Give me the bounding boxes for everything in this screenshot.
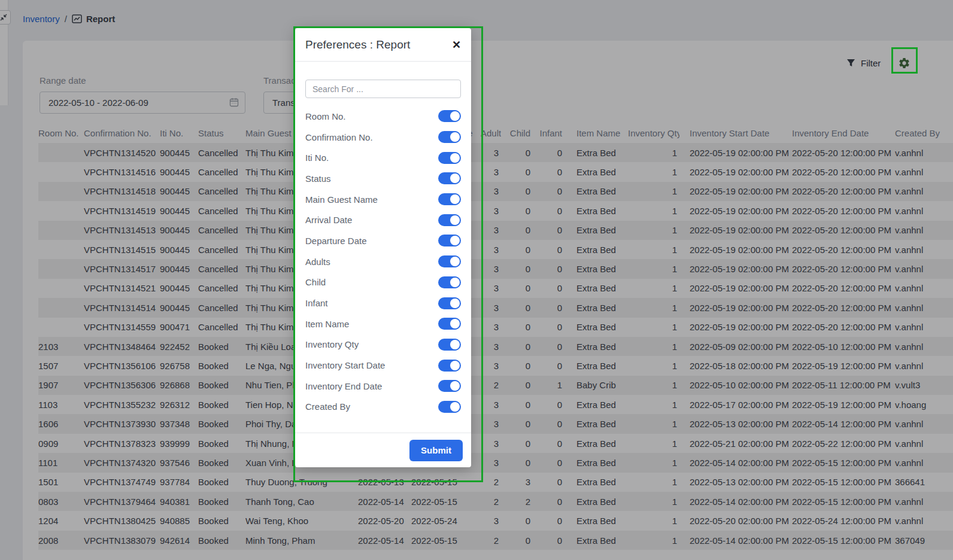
- toggle-label: Created By: [305, 401, 350, 412]
- toggle-switch[interactable]: [438, 172, 461, 184]
- toggle-row: Inventory Start Date: [305, 355, 461, 376]
- toggle-row: Main Guest Name: [305, 189, 461, 210]
- toggle-row: Confirmation No.: [305, 127, 461, 148]
- toggle-row: Arrival Date: [305, 209, 461, 230]
- toggle-row: Iti No.: [305, 147, 461, 168]
- toggle-switch[interactable]: [438, 318, 461, 330]
- toggle-label: Main Guest Name: [305, 194, 378, 205]
- toggle-row: Inventory End Date: [305, 376, 461, 397]
- preferences-modal: Preferences : Report ✕ Room No.Confirmat…: [295, 28, 471, 467]
- toggle-row: Inventory Qty: [305, 334, 461, 355]
- preferences-search-input[interactable]: [305, 80, 461, 98]
- modal-footer: Submit: [295, 433, 471, 467]
- toggle-row: Child: [305, 272, 461, 293]
- toggle-label: Room No.: [305, 111, 346, 121]
- modal-header: Preferences : Report ✕: [295, 28, 471, 62]
- toggle-label: Inventory Qty: [305, 339, 359, 349]
- toggle-label: Status: [305, 174, 331, 184]
- toggle-label: Inventory Start Date: [305, 360, 385, 370]
- toggle-switch[interactable]: [438, 339, 461, 351]
- toggle-label: Confirmation No.: [305, 132, 373, 142]
- toggle-label: Inventory End Date: [305, 381, 382, 391]
- toggle-switch[interactable]: [438, 360, 461, 372]
- toggle-switch[interactable]: [438, 401, 461, 413]
- toggle-switch[interactable]: [438, 235, 461, 246]
- column-toggle-list: Room No.Confirmation No.Iti No.StatusMai…: [305, 106, 461, 417]
- toggle-switch[interactable]: [438, 110, 461, 122]
- toggle-label: Infant: [305, 298, 328, 308]
- toggle-switch[interactable]: [438, 152, 461, 164]
- toggle-row: Infant: [305, 293, 461, 314]
- toggle-label: Arrival Date: [305, 215, 352, 225]
- toggle-label: Child: [305, 277, 326, 287]
- toggle-switch[interactable]: [438, 255, 461, 267]
- toggle-label: Iti No.: [305, 153, 329, 163]
- toggle-row: Departure Date: [305, 230, 461, 251]
- toggle-switch[interactable]: [438, 131, 461, 143]
- toggle-label: Departure Date: [305, 236, 367, 246]
- toggle-label: Adults: [305, 257, 330, 267]
- page: Inventory / Report Filter: [0, 0, 953, 560]
- toggle-row: Adults: [305, 251, 461, 272]
- toggle-switch[interactable]: [438, 380, 461, 392]
- close-icon[interactable]: ✕: [452, 39, 461, 50]
- toggle-label: Item Name: [305, 319, 349, 329]
- toggle-row: Created By: [305, 397, 461, 418]
- modal-body: Room No.Confirmation No.Iti No.StatusMai…: [295, 62, 471, 417]
- toggle-row: Status: [305, 168, 461, 189]
- modal-title: Preferences : Report: [305, 38, 410, 51]
- modal-backdrop[interactable]: [0, 0, 953, 560]
- toggle-switch[interactable]: [438, 214, 461, 226]
- toggle-switch[interactable]: [438, 297, 461, 309]
- toggle-switch[interactable]: [438, 276, 461, 288]
- toggle-switch[interactable]: [438, 193, 461, 205]
- toggle-row: Item Name: [305, 314, 461, 334]
- submit-button[interactable]: Submit: [409, 440, 463, 461]
- toggle-row: Room No.: [305, 106, 461, 127]
